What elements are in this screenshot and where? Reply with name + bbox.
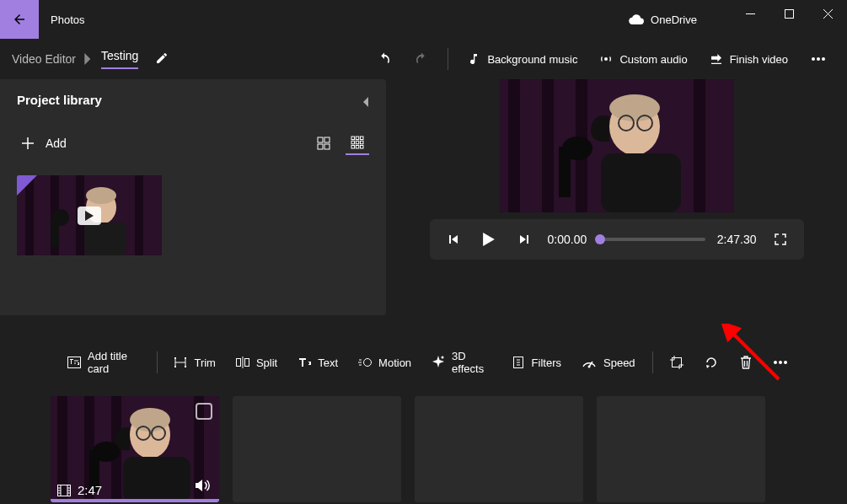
- crop-icon: [670, 356, 683, 369]
- split-button[interactable]: Split: [228, 347, 286, 378]
- svg-point-50: [774, 361, 777, 364]
- breadcrumb-root[interactable]: Video Editor: [12, 52, 76, 66]
- filters-icon: [512, 357, 525, 368]
- collapse-library-button[interactable]: [352, 89, 378, 115]
- seek-handle[interactable]: [595, 234, 605, 244]
- resize-button[interactable]: [661, 347, 692, 378]
- add-media-button[interactable]: Add: [17, 133, 72, 153]
- close-icon: [823, 9, 833, 19]
- used-indicator: [17, 175, 37, 196]
- preview-area: 0:00.00 2:47.30: [386, 79, 847, 315]
- trim-button[interactable]: Trim: [165, 347, 224, 378]
- clip-empty-2[interactable]: [415, 396, 583, 502]
- fullscreen-button[interactable]: [769, 228, 792, 251]
- svg-point-52: [784, 361, 787, 364]
- current-time: 0:00.00: [548, 233, 587, 246]
- clip-volume-button[interactable]: [196, 479, 211, 496]
- export-icon: [710, 52, 723, 66]
- library-title: Project library: [17, 93, 102, 107]
- 3d-effects-button[interactable]: 3D effects: [423, 347, 500, 378]
- svg-rect-43: [236, 359, 240, 367]
- svg-point-36: [609, 94, 660, 121]
- finish-video-button[interactable]: Finish video: [701, 44, 796, 74]
- more-button[interactable]: [801, 44, 835, 74]
- clip-empty-3[interactable]: [597, 396, 765, 502]
- svg-rect-24: [135, 175, 143, 255]
- svg-rect-27: [84, 223, 126, 255]
- more-icon: [812, 57, 825, 61]
- film-icon: [57, 485, 71, 496]
- svg-rect-8: [318, 144, 323, 149]
- chevron-right-icon: [84, 53, 93, 65]
- svg-point-5: [822, 57, 825, 61]
- view-small-button[interactable]: [346, 131, 369, 155]
- back-button[interactable]: [0, 0, 39, 39]
- speed-icon: [582, 357, 597, 368]
- breadcrumb: Video Editor Testing: [12, 49, 169, 69]
- preview-still: [500, 79, 734, 212]
- undo-icon: [377, 51, 392, 67]
- rename-button[interactable]: [155, 51, 169, 67]
- clip-checkbox[interactable]: [196, 403, 212, 420]
- svg-point-45: [364, 359, 372, 367]
- total-time: 2:47.30: [717, 233, 757, 246]
- split-icon: [236, 357, 249, 368]
- clip-empty-1[interactable]: [233, 396, 401, 502]
- upper-panel: Project library Add: [0, 79, 847, 315]
- rotate-button[interactable]: [696, 347, 727, 378]
- library-thumbnail[interactable]: [17, 175, 162, 255]
- clip-duration: 2:47: [78, 483, 102, 497]
- svg-rect-49: [673, 358, 682, 367]
- prev-frame-button[interactable]: [442, 228, 465, 251]
- svg-rect-1: [785, 9, 793, 18]
- custom-audio-label: Custom audio: [619, 53, 687, 66]
- play-icon: [85, 211, 94, 221]
- svg-rect-9: [324, 144, 330, 149]
- storyboard-more-button[interactable]: [765, 347, 796, 378]
- view-large-button[interactable]: [312, 131, 335, 155]
- background-music-button[interactable]: Background music: [458, 44, 586, 74]
- add-label: Add: [46, 137, 67, 150]
- storyboard-toolbar: Add title card Trim Split Text Motion 3D…: [0, 339, 847, 386]
- motion-button[interactable]: Motion: [350, 347, 420, 378]
- onedrive-link[interactable]: OneDrive: [629, 13, 697, 26]
- svg-rect-0: [746, 13, 755, 14]
- svg-rect-18: [361, 146, 364, 149]
- svg-rect-17: [356, 146, 359, 149]
- minimize-button[interactable]: [731, 0, 769, 27]
- maximize-icon: [785, 9, 794, 19]
- speed-button[interactable]: Speed: [573, 347, 644, 378]
- undo-button[interactable]: [368, 44, 400, 74]
- svg-point-4: [817, 57, 820, 61]
- grid-large-icon: [317, 137, 330, 150]
- preview-video[interactable]: [500, 79, 734, 212]
- maximize-button[interactable]: [769, 0, 808, 27]
- breadcrumb-project[interactable]: Testing: [101, 49, 138, 62]
- grid-small-icon: [351, 136, 364, 149]
- cloud-icon: [629, 14, 644, 24]
- text-button[interactable]: Text: [289, 347, 346, 378]
- speed-label: Speed: [603, 357, 635, 369]
- svg-point-59: [130, 408, 170, 432]
- seek-bar[interactable]: [598, 238, 705, 241]
- svg-point-41: [562, 137, 592, 160]
- svg-point-26: [86, 187, 116, 204]
- play-button[interactable]: [477, 228, 501, 251]
- close-button[interactable]: [808, 0, 847, 27]
- clip-1[interactable]: 2:47: [51, 396, 219, 502]
- redo-button[interactable]: [405, 44, 437, 74]
- custom-audio-button[interactable]: Custom audio: [591, 44, 695, 74]
- svg-rect-10: [351, 137, 355, 140]
- svg-point-64: [93, 442, 120, 462]
- titlebar: Photos OneDrive: [0, 0, 847, 39]
- text-label: Text: [318, 357, 338, 369]
- fullscreen-icon: [775, 233, 786, 245]
- next-frame-button[interactable]: [512, 228, 536, 251]
- svg-rect-11: [356, 137, 359, 140]
- svg-rect-39: [601, 153, 681, 212]
- filters-button[interactable]: Filters: [503, 347, 570, 378]
- delete-button[interactable]: [731, 347, 762, 378]
- toolbar: Video Editor Testing Background music Cu…: [0, 39, 847, 79]
- add-title-card-button[interactable]: Add title card: [59, 347, 148, 378]
- app-title: Photos: [51, 13, 84, 26]
